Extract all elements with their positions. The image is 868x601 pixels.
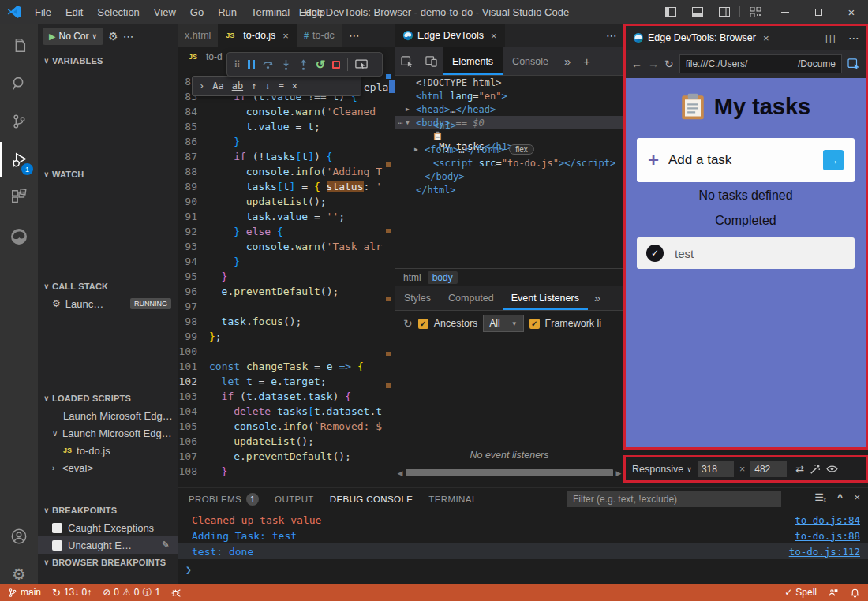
line-number[interactable]: 108 [178, 465, 209, 480]
close-tab-icon[interactable]: × [282, 30, 289, 42]
code-line[interactable]: 95} [178, 271, 383, 286]
line-number[interactable]: 91 [178, 211, 209, 226]
menu-selection[interactable]: Selection [90, 0, 146, 24]
code-line[interactable]: 86} [178, 136, 383, 151]
code-line[interactable]: 84console.warn('Cleaned [178, 106, 383, 121]
add-tab-icon[interactable]: + [577, 47, 597, 75]
maximize-panel-icon[interactable]: ^ [837, 491, 844, 503]
launch-config-dropdown[interactable]: ▶ No Cor ∨ [43, 28, 103, 45]
url-input[interactable]: file:///C:/Users//Docume [679, 54, 842, 73]
more-actions-icon[interactable]: ⋯ [842, 26, 866, 50]
layout-right-icon[interactable] [711, 0, 738, 24]
line-number[interactable]: 105 [178, 420, 209, 435]
debug-status-icon[interactable] [171, 588, 181, 598]
problems-item[interactable]: ⊘0 ⚠0 ⓘ1 [103, 586, 160, 599]
bell-icon[interactable] [850, 587, 860, 598]
spell-checker-item[interactable]: ✓Spell [784, 587, 817, 598]
drag-grip-icon[interactable]: ⠿ [234, 59, 241, 70]
code-line[interactable]: 96e.preventDefault(); [178, 286, 383, 300]
screencast-icon[interactable] [355, 59, 368, 69]
more-actions-icon[interactable]: ⋯ [600, 24, 623, 47]
edit-icon[interactable]: ✎ [162, 539, 170, 551]
line-number[interactable]: 95 [178, 271, 209, 286]
forward-icon[interactable]: → [648, 58, 659, 70]
line-number[interactable]: 104 [178, 405, 209, 420]
section-header[interactable]: ∨CALL STACK [38, 278, 178, 295]
close-panel-icon[interactable]: × [854, 491, 860, 503]
scroll-right-icon[interactable]: ▶ [614, 469, 623, 477]
close-tab-icon[interactable]: × [763, 32, 769, 44]
refresh-icon[interactable]: ↻ [403, 317, 413, 330]
more-panes-icon[interactable]: » [588, 286, 607, 310]
sidebar-item[interactable]: ∨Launch Microsoft Edg… [38, 424, 178, 442]
step-out-icon[interactable] [298, 59, 309, 70]
chevron-icon[interactable]: ∨ [52, 429, 62, 438]
code-line[interactable]: 99}; [178, 330, 383, 345]
toggle-replace-icon[interactable]: › [199, 80, 204, 91]
code-line[interactable]: 107e.preventDefault(); [178, 450, 383, 465]
tab-to-do-css[interactable]: #to-dc [297, 24, 342, 47]
code-line[interactable]: 100 [178, 345, 383, 360]
sidebar-item[interactable]: Caught Exceptions [38, 519, 178, 536]
overview-ruler[interactable] [383, 66, 395, 487]
find-in-selection-icon[interactable]: ≡ [279, 80, 284, 91]
tree-row[interactable]: </html> [395, 183, 623, 196]
sync-item[interactable]: ↻13↓ 0↑ [52, 587, 92, 599]
line-number[interactable]: 84 [178, 106, 209, 121]
code-line[interactable]: 108} [178, 465, 383, 480]
menu-go[interactable]: Go [183, 0, 211, 24]
line-number[interactable]: 103 [178, 390, 209, 405]
source-link[interactable]: to-do.js:84 [795, 514, 860, 526]
branch-item[interactable]: main [8, 587, 41, 598]
customize-layout-icon[interactable] [742, 0, 769, 24]
tree-row[interactable]: <html lang="en"> [395, 89, 623, 103]
section-header[interactable]: ∨BROWSER BREAKPOINTS [38, 554, 178, 571]
split-editor-icon[interactable]: ◫ [819, 26, 842, 50]
menu-view[interactable]: View [147, 0, 183, 24]
scroll-left-icon[interactable]: ◀ [395, 469, 405, 477]
tree-row[interactable]: </body> [395, 170, 623, 183]
viewport-height-input[interactable]: 482 [750, 461, 787, 477]
search-icon[interactable] [0, 66, 38, 101]
layout-sidebar-icon[interactable] [657, 0, 684, 24]
feedback-icon[interactable] [828, 588, 839, 598]
line-number[interactable]: 99 [178, 330, 209, 345]
twisty-icon[interactable]: ▼ [406, 119, 416, 126]
tree-row[interactable]: <script src="to-do.js"></script> [395, 156, 623, 170]
line-number[interactable]: 86 [178, 136, 209, 151]
code-line[interactable]: 101const changeTask = e => { [178, 360, 383, 375]
line-number[interactable]: 98 [178, 315, 209, 330]
crumb-html[interactable]: html [403, 272, 421, 283]
viewport-width-input[interactable]: 318 [698, 461, 734, 477]
line-number[interactable]: 89 [178, 181, 209, 196]
line-number[interactable]: 106 [178, 435, 209, 450]
line-number[interactable]: 92 [178, 226, 209, 241]
tab-computed[interactable]: Computed [440, 286, 503, 310]
line-number[interactable]: 94 [178, 256, 209, 271]
line-number[interactable]: 96 [178, 286, 209, 300]
chevron-icon[interactable]: › [52, 464, 62, 472]
section-header[interactable]: ∨LOADED SCRIPTS [38, 390, 178, 407]
console-row[interactable]: test: doneto-do.js:112 [178, 543, 868, 559]
code-line[interactable]: 103if (t.dataset.task) { [178, 390, 383, 405]
debug-more-icon[interactable]: ⋯ [123, 30, 135, 43]
code-line[interactable]: 90updateList(); [178, 196, 383, 211]
add-task-form[interactable]: + Add a task → [637, 138, 855, 182]
device-emulation-icon[interactable] [419, 47, 443, 75]
completed-task-item[interactable]: ✓ test [637, 237, 855, 269]
stop-icon[interactable] [332, 61, 340, 69]
start-debug-icon[interactable]: ▶ [49, 32, 55, 42]
panel-tab-output[interactable]: OUTPUT [275, 488, 314, 510]
pause-icon[interactable] [248, 60, 255, 69]
code-line[interactable]: 88console.info('Adding T [178, 166, 383, 181]
tab-edge-devtools[interactable]: Edge DevTools× [395, 24, 505, 47]
code-line[interactable]: 85t.value = t; [178, 121, 383, 136]
console-row[interactable]: Adding Task: testto-do.js:88 [178, 528, 868, 543]
section-header[interactable]: ∨BREAKPOINTS [38, 502, 178, 519]
line-number[interactable]: 102 [178, 375, 209, 390]
console-prompt-icon[interactable]: ❯ [185, 564, 192, 576]
rotate-viewport-icon[interactable]: ⇄ [795, 463, 804, 475]
menu-terminal[interactable]: Terminal [244, 0, 297, 24]
minimize-button[interactable] [769, 0, 802, 24]
line-number[interactable]: 107 [178, 450, 209, 465]
